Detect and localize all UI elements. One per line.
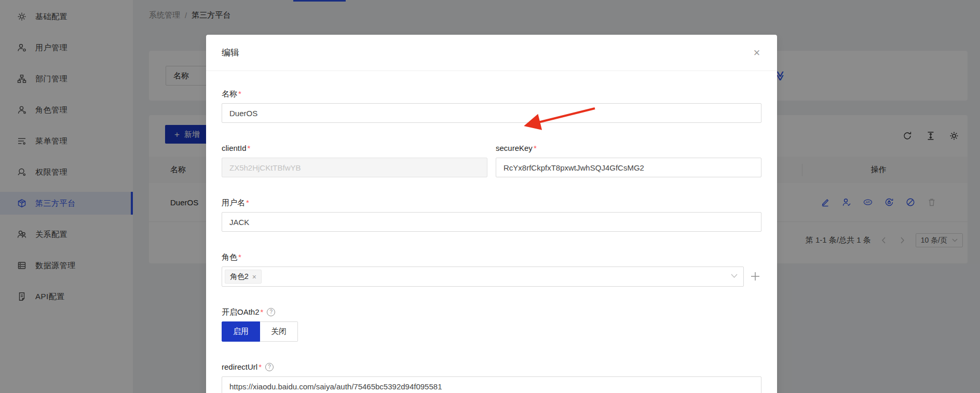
client-id-input xyxy=(222,158,487,177)
question-circle-icon[interactable]: ? xyxy=(267,308,275,316)
role-tag: 角色2 × xyxy=(225,270,262,284)
field-oauth-label: 开启OAth2 xyxy=(222,306,260,318)
required-mark: * xyxy=(248,143,251,154)
modal-title: 编辑 xyxy=(222,47,239,59)
secure-key-input[interactable] xyxy=(496,158,761,177)
app-window: 基础配置 用户管理 部门管理 角色管理 菜单管理 权限管理 第三方平台 xyxy=(0,0,980,393)
field-username: 用户名* xyxy=(222,197,761,232)
redirect-url-input[interactable] xyxy=(222,376,761,393)
field-username-label: 用户名 xyxy=(222,197,245,208)
required-mark: * xyxy=(246,197,249,208)
required-mark: * xyxy=(261,306,264,318)
field-secure-key-label: secureKey xyxy=(496,143,533,154)
tag-close-icon[interactable]: × xyxy=(252,273,256,280)
chevron-down-icon xyxy=(731,274,738,278)
field-client-secure: clientId* secureKey* xyxy=(222,143,761,177)
modal-header: 编辑 × xyxy=(206,35,777,71)
oauth-toggle-group: 启用 关闭 xyxy=(222,321,298,342)
oauth-enable-button[interactable]: 启用 xyxy=(222,321,260,342)
required-mark: * xyxy=(534,143,537,154)
modal-body: 名称* clientId* secureKey* xyxy=(206,71,777,393)
field-secure-key: secureKey* xyxy=(496,143,761,177)
field-role: 角色* 角色2 × xyxy=(222,251,761,287)
field-redirect-url: redirectUrl* ? xyxy=(222,361,761,393)
field-client-id-label: clientId xyxy=(222,143,247,154)
oauth-disable-button[interactable]: 关闭 xyxy=(260,321,298,342)
close-icon[interactable]: × xyxy=(748,44,766,62)
edit-modal: 编辑 × 名称* clientId* xyxy=(206,35,777,393)
required-mark: * xyxy=(238,88,241,100)
username-input[interactable] xyxy=(222,212,761,232)
field-oauth: 开启OAth2* ? 启用 关闭 xyxy=(222,306,761,342)
field-role-label: 角色 xyxy=(222,251,237,263)
field-client-id: clientId* xyxy=(222,143,487,177)
plus-icon xyxy=(750,271,761,282)
question-circle-icon[interactable]: ? xyxy=(265,363,274,371)
field-redirect-url-label: redirectUrl xyxy=(222,361,257,373)
role-select[interactable]: 角色2 × xyxy=(222,266,744,287)
field-name: 名称* xyxy=(222,88,761,123)
required-mark: * xyxy=(258,361,262,373)
add-role-button[interactable] xyxy=(749,271,761,283)
required-mark: * xyxy=(238,251,241,263)
field-name-label: 名称 xyxy=(222,88,237,100)
name-input[interactable] xyxy=(222,103,761,123)
